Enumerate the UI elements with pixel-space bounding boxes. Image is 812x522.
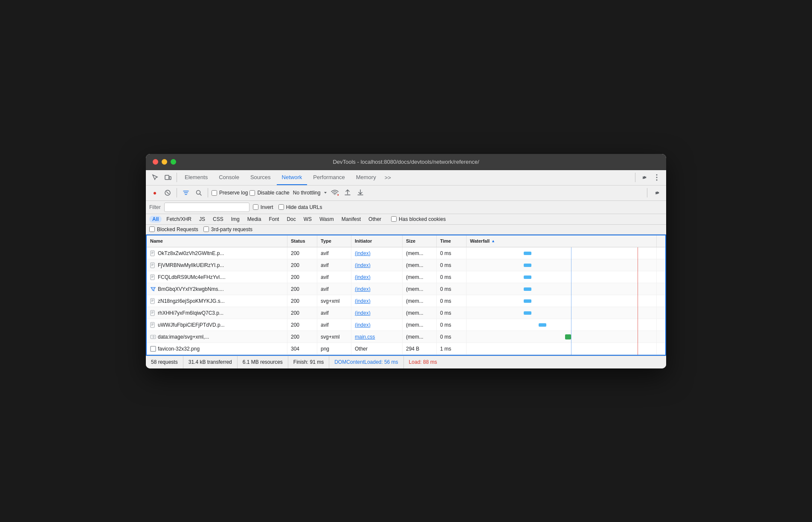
- cell-time-8: 1 ms: [437, 343, 467, 355]
- wifi-icon[interactable]: [329, 187, 340, 198]
- cell-status-4: 200: [287, 295, 317, 307]
- invert-label[interactable]: Invert: [253, 204, 273, 210]
- type-filter-img[interactable]: Img: [228, 216, 243, 223]
- tab-memory[interactable]: Memory: [351, 170, 381, 185]
- status-load: Load: 88 ms: [404, 356, 442, 368]
- table-row[interactable]: OkTz8xZwi0zVh2GWltnE.p... 200 avif (inde…: [147, 247, 665, 259]
- type-filter-font[interactable]: Font: [266, 216, 282, 223]
- cell-type-0: avif: [317, 247, 351, 259]
- has-blocked-cookies-checkbox[interactable]: [391, 216, 397, 222]
- network-settings-button[interactable]: [651, 187, 663, 199]
- type-filter-all[interactable]: All: [149, 216, 162, 223]
- type-filter-manifest[interactable]: Manifest: [339, 216, 364, 223]
- filter-label: Filter: [149, 204, 161, 210]
- type-filter-ws[interactable]: WS: [301, 216, 315, 223]
- device-toolbar-button[interactable]: [162, 171, 174, 183]
- cell-extra-4: [657, 295, 665, 307]
- cell-extra-8: [657, 343, 665, 355]
- minimize-button[interactable]: [162, 159, 167, 165]
- cell-extra-0: [657, 247, 665, 259]
- column-initiator[interactable]: Initiator: [351, 235, 403, 247]
- table-row[interactable]: uWWJfuFbpiClEFjPTdVD.p... 200 avif (inde…: [147, 319, 665, 331]
- column-status[interactable]: Status: [287, 235, 317, 247]
- inspect-element-button[interactable]: [149, 171, 161, 183]
- more-options-button[interactable]: [651, 171, 663, 183]
- status-requests: 58 requests: [151, 356, 183, 368]
- table-row[interactable]: FjVMRBNwMyIlkUElRzYI.p... 200 avif (inde…: [147, 259, 665, 271]
- has-blocked-cookies-label[interactable]: Has blocked cookies: [391, 216, 446, 222]
- cell-time-2: 0 ms: [437, 271, 467, 283]
- cell-initiator-8: Other: [351, 343, 403, 355]
- settings-button[interactable]: [638, 171, 650, 183]
- maximize-button[interactable]: [171, 159, 176, 165]
- table-row[interactable]: data:image/svg+xml,... 200 svg+xml main.…: [147, 331, 665, 343]
- cell-initiator-7: main.css: [351, 331, 403, 343]
- throttle-select[interactable]: No throttling: [291, 189, 322, 197]
- disable-cache-label[interactable]: Disable cache: [249, 190, 289, 196]
- filter-row: Filter Invert Hide data URLs: [146, 201, 666, 214]
- filter-input[interactable]: [164, 203, 249, 212]
- record-button[interactable]: ●: [149, 187, 160, 198]
- column-name[interactable]: Name: [147, 235, 287, 247]
- table-row[interactable]: FCQLdbRS9UMc4eFHzYvI.... 200 avif (index…: [147, 271, 665, 283]
- preserve-log-checkbox[interactable]: [212, 190, 217, 196]
- invert-checkbox[interactable]: [253, 204, 258, 210]
- hide-data-urls-checkbox[interactable]: [278, 204, 284, 210]
- column-waterfall[interactable]: Waterfall: [467, 235, 657, 247]
- cell-extra-3: [657, 283, 665, 295]
- hide-data-urls-label[interactable]: Hide data URLs: [278, 204, 322, 210]
- table-row[interactable]: rhXHHi7yxFm6IqiwQ7C3.p... 200 avif (inde…: [147, 307, 665, 319]
- table-row[interactable]: favicon-32x32.png 304 png Other 294 B 1 …: [147, 343, 665, 355]
- column-type[interactable]: Type: [317, 235, 351, 247]
- column-size[interactable]: Size: [403, 235, 437, 247]
- column-sort[interactable]: [657, 235, 665, 247]
- third-party-checkbox[interactable]: [203, 226, 209, 232]
- type-filter-wasm[interactable]: Wasm: [316, 216, 337, 223]
- blocked-requests-label[interactable]: Blocked Requests: [149, 226, 198, 232]
- svg-rect-1: [169, 177, 171, 180]
- cell-name-2: FCQLdbRS9UMc4eFHzYvI....: [147, 271, 287, 283]
- column-time[interactable]: Time: [437, 235, 467, 247]
- svg-rect-0: [165, 175, 169, 180]
- type-filter-js[interactable]: JS: [196, 216, 208, 223]
- disable-cache-checkbox[interactable]: [249, 190, 255, 196]
- cell-waterfall-2: [467, 271, 657, 283]
- tab-performance[interactable]: Performance: [308, 170, 350, 185]
- clear-button[interactable]: [162, 187, 173, 198]
- filter-toggle-button[interactable]: [180, 187, 191, 198]
- type-filter-media[interactable]: Media: [244, 216, 264, 223]
- cell-initiator-2: (index): [351, 271, 403, 283]
- cell-name-1: FjVMRBNwMyIlkUElRzYI.p...: [147, 259, 287, 271]
- cell-waterfall-7: [467, 331, 657, 343]
- type-filter-other[interactable]: Other: [365, 216, 384, 223]
- tab-sources[interactable]: Sources: [245, 170, 276, 185]
- search-button[interactable]: [193, 187, 204, 198]
- tab-console[interactable]: Console: [214, 170, 244, 185]
- wifi-signal-icon: [331, 190, 339, 196]
- upload-button[interactable]: [342, 187, 353, 198]
- cell-extra-6: [657, 319, 665, 331]
- blocked-requests-row: Blocked Requests 3rd-party requests: [146, 225, 666, 235]
- download-button[interactable]: [355, 187, 366, 198]
- close-button[interactable]: [153, 159, 158, 165]
- preserve-log-label[interactable]: Preserve log: [212, 190, 248, 196]
- status-resources: 6.1 MB resources: [238, 356, 288, 368]
- type-filter-fetch-xhr[interactable]: Fetch/XHR: [163, 216, 194, 223]
- table-row[interactable]: BmGbqXVYxIY2kwgbNms.... 200 avif (index)…: [147, 283, 665, 295]
- svg-line-8: [200, 194, 202, 196]
- table-header: Name Status Type Initiator Size Time Wat…: [147, 235, 665, 247]
- svg-line-6: [166, 191, 169, 194]
- cell-waterfall-3: [467, 283, 657, 295]
- cell-type-2: avif: [317, 271, 351, 283]
- more-tabs-button[interactable]: >>: [382, 174, 394, 181]
- tab-elements[interactable]: Elements: [180, 170, 213, 185]
- cell-time-3: 0 ms: [437, 283, 467, 295]
- tab-network[interactable]: Network: [277, 170, 307, 185]
- cell-time-1: 0 ms: [437, 259, 467, 271]
- type-filter-css[interactable]: CSS: [210, 216, 226, 223]
- third-party-label[interactable]: 3rd-party requests: [203, 226, 252, 232]
- toolbar-divider-4: [208, 188, 208, 197]
- table-row[interactable]: zN18ngzI6ejSpoKMYKJG.s... 200 svg+xml (i…: [147, 295, 665, 307]
- blocked-requests-checkbox[interactable]: [149, 226, 155, 232]
- type-filter-doc[interactable]: Doc: [284, 216, 299, 223]
